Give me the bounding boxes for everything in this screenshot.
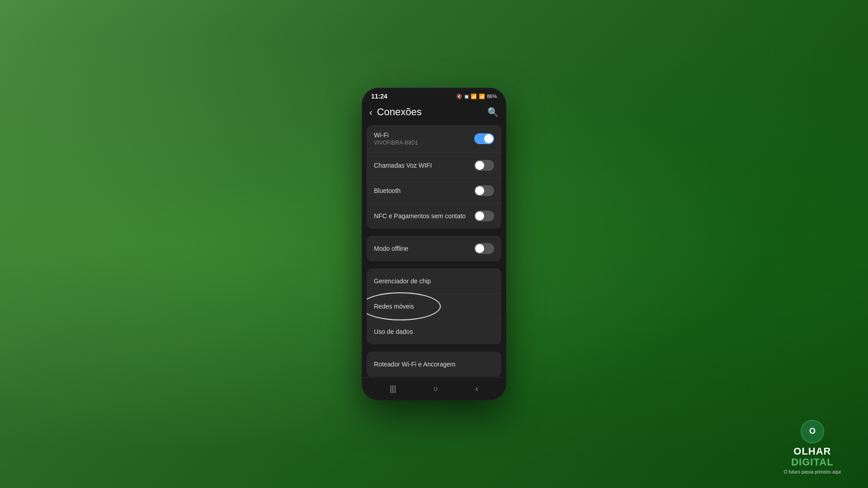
uso-dados-item[interactable]: Uso de dados (367, 319, 501, 344)
settings-list: Wi-Fi VIVOFIBRA-B8D1 Chamadas Voz WIFI B… (362, 123, 506, 400)
nfc-item[interactable]: NFC e Pagamentos sem contato (367, 203, 501, 229)
brand-name: OLHAR DIGITAL (784, 446, 841, 468)
wifi-signal-icon: 📶 (471, 94, 477, 99)
settings-group-connectivity: Wi-Fi VIVOFIBRA-B8D1 Chamadas Voz WIFI B… (367, 125, 501, 229)
signal-icon: 📶 (479, 94, 485, 99)
settings-group-hotspot: Roteador Wi-Fi e Ancoragem (367, 352, 501, 377)
roteador-wifi-label: Roteador Wi-Fi e Ancoragem (374, 361, 456, 368)
back-button[interactable]: ‹ (369, 107, 373, 117)
chamadas-voz-toggle[interactable] (474, 160, 494, 171)
divider-2 (362, 263, 506, 267)
bluetooth-item[interactable]: Bluetooth (367, 178, 501, 203)
chamadas-voz-label: Chamadas Voz WIFI (374, 162, 432, 169)
divider-3 (362, 346, 506, 350)
brand-logo-circle: O (801, 420, 824, 443)
home-nav-button[interactable]: ○ (434, 384, 439, 394)
wifi-sublabel: VIVOFIBRA-B8D1 (374, 140, 418, 146)
modo-offline-item[interactable]: Modo offline (367, 236, 501, 261)
camera-icon: ▣ (464, 94, 469, 99)
roteador-wifi-item[interactable]: Roteador Wi-Fi e Ancoragem (367, 352, 501, 377)
brand-circle-letter: O (809, 427, 816, 436)
wifi-toggle[interactable] (474, 133, 494, 144)
settings-group-offline: Modo offline (367, 236, 501, 261)
navigation-bar: ||| ○ ‹ (362, 377, 506, 400)
page-header: ‹ Conexões 🔍 (362, 103, 506, 123)
battery-text: 86% (487, 94, 497, 99)
lock-icon: 🔇 (456, 94, 462, 99)
brand-name-part1: OLHAR (793, 446, 831, 457)
wifi-label-wrap: Wi-Fi VIVOFIBRA-B8D1 (374, 131, 418, 146)
modo-offline-toggle[interactable] (474, 243, 494, 254)
header-left: ‹ Conexões (369, 106, 422, 118)
phone-frame: 11:24 🔇 ▣ 📶 📶 86% ‹ Conexões 🔍 Wi-Fi VIV… (362, 88, 506, 400)
brand-tagline: O futuro passa primeiro aqui (784, 469, 841, 474)
wifi-item[interactable]: Wi-Fi VIVOFIBRA-B8D1 (367, 125, 501, 153)
divider-1 (362, 230, 506, 234)
bluetooth-toggle[interactable] (474, 185, 494, 196)
wifi-label: Wi-Fi (374, 131, 418, 139)
gerenciador-chip-item[interactable]: Gerenciador de chip (367, 268, 501, 294)
status-icons: 🔇 ▣ 📶 📶 86% (456, 94, 497, 99)
menu-nav-button[interactable]: ||| (390, 384, 396, 394)
modo-offline-label: Modo offline (374, 245, 408, 252)
bluetooth-label: Bluetooth (374, 187, 401, 194)
redes-moveis-label: Redes móveis (374, 303, 414, 310)
settings-group-mobile: Gerenciador de chip Redes móveis Uso de … (367, 268, 501, 344)
nfc-toggle[interactable] (474, 211, 494, 221)
chamadas-voz-item[interactable]: Chamadas Voz WIFI (367, 153, 501, 178)
nfc-label: NFC e Pagamentos sem contato (374, 212, 466, 220)
page-title: Conexões (377, 106, 422, 118)
redes-moveis-item[interactable]: Redes móveis (367, 294, 501, 319)
back-nav-button[interactable]: ‹ (476, 384, 478, 394)
status-bar: 11:24 🔇 ▣ 📶 📶 86% (362, 88, 506, 103)
search-icon[interactable]: 🔍 (487, 107, 499, 117)
status-time: 11:24 (371, 93, 387, 100)
brand-watermark: O OLHAR DIGITAL O futuro passa primeiro … (784, 420, 841, 474)
uso-dados-label: Uso de dados (374, 328, 413, 335)
gerenciador-chip-label: Gerenciador de chip (374, 277, 431, 285)
brand-name-part2: DIGITAL (791, 456, 833, 468)
